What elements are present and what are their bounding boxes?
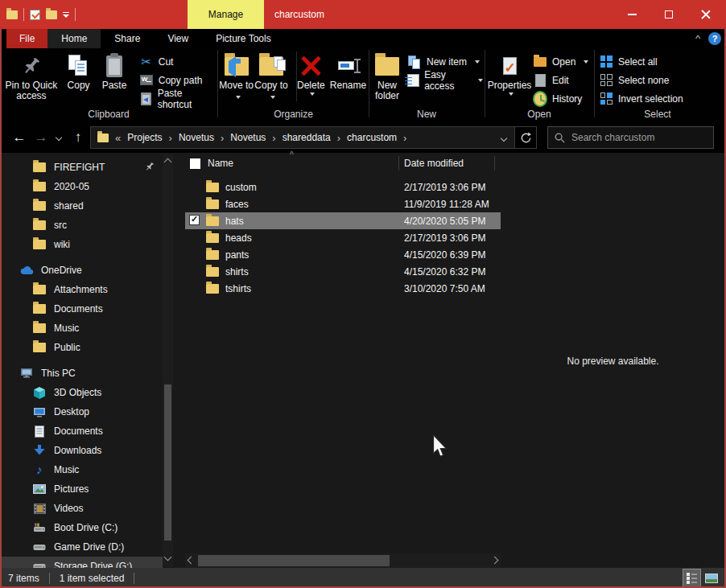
row-checkbox[interactable] [189,282,200,293]
sidebar-item-public[interactable]: Public [0,338,163,357]
cut-button[interactable]: ✂ Cut [139,52,216,71]
close-button[interactable] [687,0,724,29]
breadcrumb-segment[interactable]: Projects [127,132,162,143]
pin-to-quick-access-button[interactable]: Pin to Quick access [2,50,61,101]
paste-button[interactable]: Paste [96,50,132,91]
refresh-button[interactable] [514,126,537,149]
sidebar-item-music-pc[interactable]: ♪ Music [0,460,163,479]
new-folder-button[interactable]: New folder [370,50,404,101]
file-row-tshirts[interactable]: tshirts 3/10/2020 7:50 AM [185,280,501,297]
edit-button[interactable]: Edit [533,71,588,89]
sidebar-item-3d-objects[interactable]: 3D Objects [0,383,163,402]
tab-file[interactable]: File [6,29,47,48]
sidebar-item-game-drive-d[interactable]: Game Drive (D:) [0,537,163,557]
row-checkbox[interactable] [189,181,200,191]
tab-view[interactable]: View [154,29,202,48]
breadcrumb-segment[interactable]: Novetus [179,132,214,143]
sidebar-item-attachments[interactable]: Attachments [0,280,163,299]
sidebar-item-videos[interactable]: Videos [0,499,163,518]
crumb-separator-icon[interactable]: › [221,132,224,144]
folder-shortcut-icon[interactable] [46,10,57,19]
paste-shortcut-button[interactable]: Paste shortcut [139,89,216,108]
maximize-button[interactable] [650,0,687,29]
file-row-shirts[interactable]: shirts 4/15/2020 6:32 PM [185,263,501,280]
file-row-hats[interactable]: ✓ hats 4/20/2020 5:05 PM [185,212,501,229]
sidebar-item-onedrive[interactable]: OneDrive [0,261,163,280]
move-to-button[interactable]: Move to [219,50,254,101]
crumb-separator-icon[interactable]: › [272,132,275,144]
column-header-date-modified[interactable]: Date modified [404,158,464,169]
invert-selection-button[interactable]: Invert selection [599,89,683,108]
thumbnails-view-button[interactable] [703,569,720,586]
easy-access-button[interactable]: Easy access [407,71,483,89]
sidebar-item-boot-drive-c[interactable]: Boot Drive (C:) [0,518,163,537]
scroll-left-icon[interactable] [188,557,196,565]
scroll-right-icon[interactable] [491,557,499,565]
sidebar-item-this-pc[interactable]: This PC [0,364,163,383]
select-all-button[interactable]: Select all [599,52,683,71]
row-checkbox[interactable] [189,198,200,208]
breadcrumb-segment[interactable]: shareddata [283,132,331,143]
minimize-button[interactable] [613,0,650,29]
collapse-ribbon-icon[interactable]: ^ [695,34,700,43]
manage-contextual-tab[interactable]: Manage [188,0,264,29]
sidebar-item-documents-pc[interactable]: Documents [0,421,163,441]
sidebar-item-downloads[interactable]: Downloads [0,441,163,460]
tab-home[interactable]: Home [47,29,101,48]
column-header-name[interactable]: Name [208,158,233,169]
rename-button[interactable]: Rename [328,50,368,91]
back-button[interactable]: ← [8,122,31,153]
scroll-up-icon[interactable] [164,158,172,167]
row-checkbox[interactable] [189,232,200,242]
breadcrumb[interactable]: « Projects › Novetus › Novetus › sharedd… [90,126,515,149]
search-box[interactable] [547,126,714,149]
horizontal-scrollbar[interactable] [185,553,501,568]
row-checkbox[interactable] [189,249,200,259]
column-divider[interactable] [398,156,399,171]
sidebar-item-src[interactable]: src [0,216,163,235]
sidebar-item-wiki[interactable]: wiki [0,235,163,254]
sidebar-item-storage-drive-g[interactable]: Storage Drive (G:) [0,557,163,568]
crumb-separator-icon[interactable]: › [403,132,406,144]
recent-locations-chevron-icon[interactable] [52,122,66,153]
forward-button[interactable]: → [31,122,52,153]
properties-button[interactable]: ✓ Properties [486,50,533,96]
select-none-button[interactable]: Select none [599,71,683,89]
file-row-heads[interactable]: heads 2/17/2019 3:06 PM [185,229,501,246]
checkbox-toggle-icon[interactable] [30,10,40,20]
row-checkbox-checked[interactable]: ✓ [189,215,200,225]
open-button[interactable]: Open [533,52,588,71]
folder-shortcut-icon[interactable] [6,10,18,19]
history-button[interactable]: History [533,89,588,108]
customize-toolbar-chevron-icon[interactable] [63,14,69,18]
sidebar-scrollbar[interactable] [163,154,173,566]
file-row-pants[interactable]: pants 4/15/2020 6:39 PM [185,246,501,263]
delete-button[interactable]: Delete [294,50,328,96]
file-row-faces[interactable]: faces 11/9/2019 11:28 AM [185,195,501,212]
sidebar-item-music-onedrive[interactable]: Music [0,319,163,338]
scroll-down-icon[interactable] [164,553,172,561]
address-dropdown-chevron-icon[interactable] [501,132,506,143]
crumb-separator-icon[interactable]: › [337,132,340,144]
crumb-separator-icon[interactable]: › [169,132,172,144]
file-row-custom[interactable]: custom 2/17/2019 3:06 PM [185,179,501,195]
details-view-button[interactable] [683,569,700,586]
search-input[interactable] [571,132,700,143]
sidebar-item-2020-05[interactable]: 2020-05 [0,177,163,196]
tab-share[interactable]: Share [101,29,154,48]
scrollbar-thumb[interactable] [164,384,171,541]
up-button[interactable]: ↑ [68,122,89,153]
tab-picture-tools[interactable]: Picture Tools [202,29,284,48]
breadcrumb-segment[interactable]: Novetus [230,132,266,143]
copy-button[interactable]: Copy [61,50,97,91]
sidebar-item-desktop[interactable]: Desktop [0,402,163,421]
help-icon[interactable]: ? [708,32,721,45]
select-all-checkbox[interactable] [190,158,200,169]
row-checkbox[interactable] [189,265,200,276]
breadcrumb-segment[interactable]: charcustom [347,132,397,143]
sidebar-item-documents-onedrive[interactable]: Documents [0,299,163,319]
scrollbar-thumb[interactable] [198,555,390,566]
sidebar-item-firefight[interactable]: FIREFIGHT [0,158,163,177]
sidebar-item-shared[interactable]: shared [0,196,163,216]
column-divider[interactable] [494,156,495,171]
